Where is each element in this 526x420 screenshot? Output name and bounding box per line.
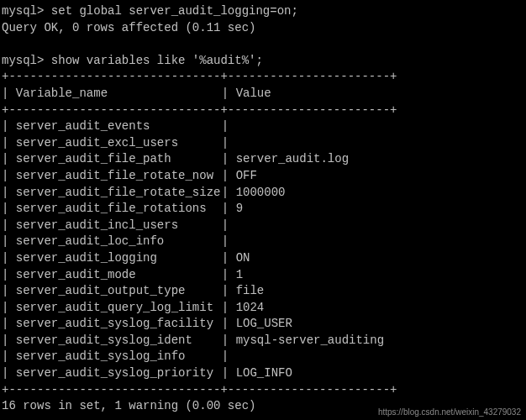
var-value: mysql-server_auditing: [236, 333, 384, 349]
var-value: 1000000: [236, 185, 286, 202]
var-name: server_audit_mode: [16, 267, 222, 284]
header-col1: Variable_name: [16, 86, 222, 102]
table-header-row: | Variable_name| Value: [2, 86, 526, 102]
table-row: | server_audit_events|: [2, 118, 526, 135]
table-row: | server_audit_mode| 1: [2, 267, 526, 284]
table-row: | server_audit_file_rotate_now| OFF: [2, 168, 526, 185]
var-name: server_audit_file_rotations: [16, 201, 222, 218]
prompt: mysql>: [2, 54, 44, 67]
var-value: server_audit.log: [236, 151, 349, 168]
var-value: 1024: [236, 300, 265, 317]
table-row: | server_audit_output_type| file: [2, 283, 526, 300]
var-name: server_audit_file_path: [16, 151, 222, 168]
table-border-top: +------------------------------+--------…: [2, 69, 526, 86]
prompt: mysql>: [2, 4, 44, 18]
var-value: LOG_INFO: [236, 365, 292, 382]
var-name: server_audit_loc_info: [16, 234, 222, 250]
var-name: server_audit_syslog_info: [16, 349, 222, 365]
command-text: show variables like '%audit%';: [51, 54, 263, 67]
var-name: server_audit_logging: [16, 250, 222, 267]
var-value: ON: [236, 250, 250, 267]
var-name: server_audit_syslog_ident: [16, 333, 222, 349]
table-border-mid: +------------------------------+--------…: [2, 102, 526, 119]
table-row: | server_audit_syslog_facility| LOG_USER: [2, 316, 526, 333]
result-line-1: Query OK, 0 rows affected (0.11 sec): [2, 20, 526, 37]
table-row: | server_audit_file_rotations| 9: [2, 201, 526, 218]
watermark: https://blog.csdn.net/weixin_43279032: [378, 407, 521, 418]
command-line-1: mysql> set global server_audit_logging=o…: [2, 3, 526, 20]
var-value: 9: [236, 201, 243, 218]
table-row: | server_audit_syslog_priority| LOG_INFO: [2, 365, 526, 382]
var-name: server_audit_events: [16, 118, 222, 135]
table-row: | server_audit_excl_users|: [2, 135, 526, 152]
var-name: server_audit_incl_users: [16, 218, 222, 234]
var-value: file: [236, 283, 265, 300]
var-name: server_audit_file_rotate_size: [16, 185, 222, 202]
blank-line: [2, 36, 526, 53]
var-name: server_audit_output_type: [16, 283, 222, 300]
table-row: | server_audit_file_rotate_size| 1000000: [2, 185, 526, 202]
var-value: LOG_USER: [236, 316, 292, 333]
table-row: | server_audit_logging| ON: [2, 250, 526, 267]
table-row: | server_audit_file_path| server_audit.l…: [2, 151, 526, 168]
var-value: 1: [236, 267, 243, 284]
command-line-2: mysql> show variables like '%audit%';: [2, 53, 526, 70]
table-row: | server_audit_query_log_limit| 1024: [2, 300, 526, 317]
var-name: server_audit_excl_users: [16, 135, 222, 152]
table-row: | server_audit_incl_users|: [2, 218, 526, 234]
header-col2: Value: [236, 86, 271, 102]
table-border-bottom: +------------------------------+--------…: [2, 382, 526, 399]
command-text: set global server_audit_logging=on;: [51, 4, 298, 18]
var-name: server_audit_query_log_limit: [16, 300, 222, 317]
table-row: | server_audit_syslog_ident| mysql-serve…: [2, 333, 526, 349]
table-row: | server_audit_loc_info|: [2, 234, 526, 250]
var-name: server_audit_syslog_facility: [16, 316, 222, 333]
var-name: server_audit_file_rotate_now: [16, 168, 222, 185]
var-value: OFF: [236, 168, 257, 185]
var-name: server_audit_syslog_priority: [16, 365, 222, 382]
table-row: | server_audit_syslog_info|: [2, 349, 526, 365]
